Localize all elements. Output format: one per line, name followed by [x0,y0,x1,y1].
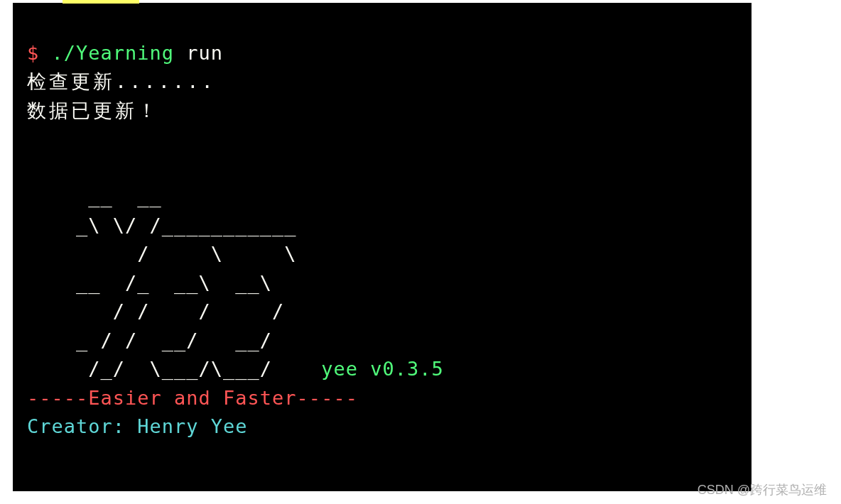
terminal-window[interactable]: $ ./Yearning run 检查更新....... 数据已更新！ __ _… [13,3,752,491]
watermark-text: CSDN @跨行菜鸟运维 [698,481,827,498]
output-data-updated: 数据已更新！ [27,99,159,121]
ascii-art-line: _ / / __/ __/ [27,329,272,351]
highlight-bar [63,0,139,4]
version-label: yee v0.3.5 [321,358,444,380]
creator-text: Creator: Henry Yee [27,415,248,437]
output-check-update: 检查更新....... [27,70,216,92]
ascii-art-line: / \ \ [27,243,297,265]
ascii-art-line: _\ \/ /___________ [27,214,297,236]
prompt-line: $ ./Yearning run [27,42,223,64]
command-executable: ./Yearning [52,42,175,64]
prompt-symbol: $ [27,42,52,64]
tagline-text: -----Easier and Faster----- [27,387,358,409]
ascii-art-line: __ /_ __\ __\ [27,272,272,294]
ascii-art-line: /_/ \___/\___/ yee v0.3.5 [27,358,444,380]
ascii-art-line: __ __ [27,185,162,207]
ascii-art-line: / / / / [27,300,284,322]
command-argument: run [174,42,223,64]
